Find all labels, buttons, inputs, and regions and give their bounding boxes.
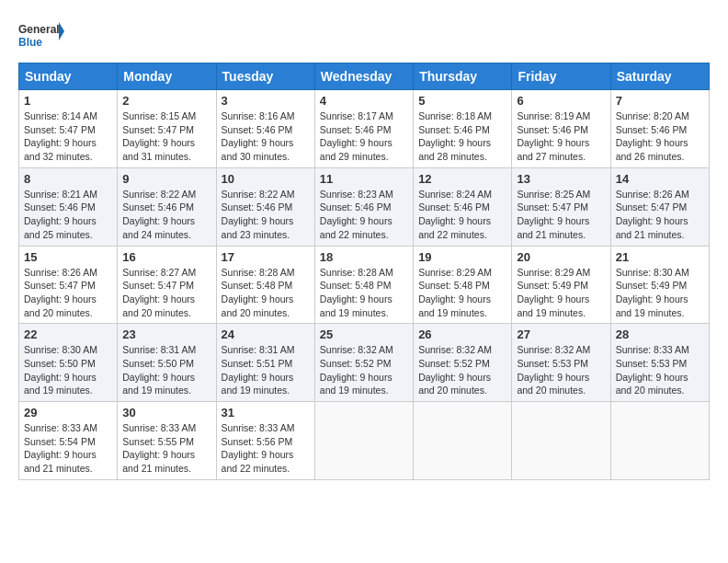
day-info: Sunrise: 8:27 AM Sunset: 5:47 PM Dayligh…: [122, 266, 210, 320]
calendar-cell: 25Sunrise: 8:32 AM Sunset: 5:52 PM Dayli…: [314, 324, 413, 402]
day-info: Sunrise: 8:17 AM Sunset: 5:46 PM Dayligh…: [320, 109, 408, 164]
day-number: 22: [24, 327, 112, 341]
day-info: Sunrise: 8:33 AM Sunset: 5:56 PM Dayligh…: [222, 421, 310, 476]
logo: General Blue: [18, 18, 64, 55]
calendar-cell: 6Sunrise: 8:19 AM Sunset: 5:46 PM Daylig…: [512, 90, 610, 168]
calendar-cell: 23Sunrise: 8:31 AM Sunset: 5:50 PM Dayli…: [118, 324, 216, 402]
calendar-cell: 3Sunrise: 8:16 AM Sunset: 5:46 PM Daylig…: [216, 90, 314, 168]
calendar-cell: 30Sunrise: 8:33 AM Sunset: 5:55 PM Dayli…: [118, 402, 216, 480]
calendar-cell: 28Sunrise: 8:33 AM Sunset: 5:53 PM Dayli…: [610, 324, 709, 402]
calendar-cell: 4Sunrise: 8:17 AM Sunset: 5:46 PM Daylig…: [314, 90, 413, 168]
day-number: 18: [320, 250, 408, 264]
day-number: 9: [122, 172, 210, 186]
header: General Blue: [18, 18, 710, 55]
calendar-cell: 10Sunrise: 8:22 AM Sunset: 5:46 PM Dayli…: [216, 167, 314, 246]
day-number: 16: [122, 250, 210, 264]
calendar-cell: 9Sunrise: 8:22 AM Sunset: 5:46 PM Daylig…: [118, 167, 216, 246]
calendar-cell: 7Sunrise: 8:20 AM Sunset: 5:46 PM Daylig…: [610, 90, 709, 168]
day-number: 15: [24, 250, 112, 264]
svg-text:General: General: [18, 23, 60, 36]
weekday-header-tuesday: Tuesday: [216, 63, 314, 90]
day-number: 2: [122, 94, 210, 108]
day-number: 14: [616, 172, 704, 186]
logo-svg: General Blue: [18, 18, 64, 55]
day-number: 3: [222, 94, 310, 108]
svg-marker-2: [59, 22, 64, 40]
day-info: Sunrise: 8:24 AM Sunset: 5:46 PM Dayligh…: [418, 188, 506, 242]
calendar-week-5: 29Sunrise: 8:33 AM Sunset: 5:54 PM Dayli…: [19, 402, 710, 480]
calendar-cell: 8Sunrise: 8:21 AM Sunset: 5:46 PM Daylig…: [19, 167, 118, 246]
day-info: Sunrise: 8:33 AM Sunset: 5:53 PM Dayligh…: [616, 343, 704, 397]
day-info: Sunrise: 8:31 AM Sunset: 5:50 PM Dayligh…: [122, 343, 210, 397]
calendar-cell: [512, 402, 610, 480]
day-info: Sunrise: 8:33 AM Sunset: 5:55 PM Dayligh…: [122, 421, 210, 476]
day-info: Sunrise: 8:29 AM Sunset: 5:49 PM Dayligh…: [517, 266, 605, 320]
day-number: 27: [517, 327, 605, 341]
calendar-cell: 16Sunrise: 8:27 AM Sunset: 5:47 PM Dayli…: [118, 246, 216, 324]
day-info: Sunrise: 8:33 AM Sunset: 5:54 PM Dayligh…: [24, 421, 112, 476]
calendar-week-4: 22Sunrise: 8:30 AM Sunset: 5:50 PM Dayli…: [19, 324, 710, 402]
calendar-cell: 1Sunrise: 8:14 AM Sunset: 5:47 PM Daylig…: [19, 90, 118, 168]
day-info: Sunrise: 8:22 AM Sunset: 5:46 PM Dayligh…: [222, 188, 310, 242]
day-info: Sunrise: 8:32 AM Sunset: 5:53 PM Dayligh…: [517, 343, 605, 397]
calendar-cell: 5Sunrise: 8:18 AM Sunset: 5:46 PM Daylig…: [414, 90, 512, 168]
weekday-header-row: SundayMondayTuesdayWednesdayThursdayFrid…: [19, 63, 710, 90]
day-info: Sunrise: 8:18 AM Sunset: 5:46 PM Dayligh…: [418, 109, 506, 164]
day-info: Sunrise: 8:32 AM Sunset: 5:52 PM Dayligh…: [418, 343, 506, 397]
day-info: Sunrise: 8:30 AM Sunset: 5:49 PM Dayligh…: [616, 266, 704, 320]
calendar-week-3: 15Sunrise: 8:26 AM Sunset: 5:47 PM Dayli…: [19, 246, 710, 324]
day-info: Sunrise: 8:28 AM Sunset: 5:48 PM Dayligh…: [320, 266, 408, 320]
weekday-header-thursday: Thursday: [414, 63, 512, 90]
day-number: 11: [320, 172, 408, 186]
day-number: 7: [616, 94, 704, 108]
day-number: 8: [24, 172, 112, 186]
day-info: Sunrise: 8:21 AM Sunset: 5:46 PM Dayligh…: [24, 188, 112, 242]
calendar-week-2: 8Sunrise: 8:21 AM Sunset: 5:46 PM Daylig…: [19, 167, 710, 246]
calendar-cell: 21Sunrise: 8:30 AM Sunset: 5:49 PM Dayli…: [610, 246, 709, 324]
calendar-cell: 26Sunrise: 8:32 AM Sunset: 5:52 PM Dayli…: [414, 324, 512, 402]
calendar: SundayMondayTuesdayWednesdayThursdayFrid…: [18, 63, 710, 480]
day-info: Sunrise: 8:29 AM Sunset: 5:48 PM Dayligh…: [418, 266, 506, 320]
svg-text:Blue: Blue: [18, 36, 42, 49]
calendar-cell: [314, 402, 413, 480]
calendar-cell: 24Sunrise: 8:31 AM Sunset: 5:51 PM Dayli…: [216, 324, 314, 402]
day-info: Sunrise: 8:32 AM Sunset: 5:52 PM Dayligh…: [320, 343, 408, 397]
day-number: 26: [418, 327, 506, 341]
calendar-cell: 11Sunrise: 8:23 AM Sunset: 5:46 PM Dayli…: [314, 167, 413, 246]
calendar-cell: 13Sunrise: 8:25 AM Sunset: 5:47 PM Dayli…: [512, 167, 610, 246]
weekday-header-saturday: Saturday: [610, 63, 709, 90]
calendar-week-1: 1Sunrise: 8:14 AM Sunset: 5:47 PM Daylig…: [19, 90, 710, 168]
day-info: Sunrise: 8:26 AM Sunset: 5:47 PM Dayligh…: [616, 188, 704, 242]
weekday-header-wednesday: Wednesday: [314, 63, 413, 90]
calendar-cell: 2Sunrise: 8:15 AM Sunset: 5:47 PM Daylig…: [118, 90, 216, 168]
day-number: 12: [418, 172, 506, 186]
day-info: Sunrise: 8:15 AM Sunset: 5:47 PM Dayligh…: [122, 109, 210, 164]
calendar-cell: 18Sunrise: 8:28 AM Sunset: 5:48 PM Dayli…: [314, 246, 413, 324]
day-number: 30: [122, 406, 210, 419]
calendar-cell: 14Sunrise: 8:26 AM Sunset: 5:47 PM Dayli…: [610, 167, 709, 246]
calendar-cell: 22Sunrise: 8:30 AM Sunset: 5:50 PM Dayli…: [19, 324, 118, 402]
weekday-header-sunday: Sunday: [19, 63, 118, 90]
day-number: 23: [122, 327, 210, 341]
day-info: Sunrise: 8:26 AM Sunset: 5:47 PM Dayligh…: [24, 266, 112, 320]
day-info: Sunrise: 8:16 AM Sunset: 5:46 PM Dayligh…: [222, 109, 310, 164]
calendar-cell: [610, 402, 709, 480]
day-number: 24: [222, 327, 310, 341]
day-number: 21: [616, 250, 704, 264]
calendar-cell: 20Sunrise: 8:29 AM Sunset: 5:49 PM Dayli…: [512, 246, 610, 324]
day-number: 13: [517, 172, 605, 186]
day-number: 25: [320, 327, 408, 341]
day-number: 31: [222, 406, 310, 419]
day-number: 20: [517, 250, 605, 264]
day-number: 6: [517, 94, 605, 108]
day-number: 29: [24, 406, 112, 419]
day-info: Sunrise: 8:19 AM Sunset: 5:46 PM Dayligh…: [517, 109, 605, 164]
day-info: Sunrise: 8:30 AM Sunset: 5:50 PM Dayligh…: [24, 343, 112, 397]
weekday-header-monday: Monday: [118, 63, 216, 90]
calendar-cell: 12Sunrise: 8:24 AM Sunset: 5:46 PM Dayli…: [414, 167, 512, 246]
page-wrapper: General Blue SundayMondayTuesdayWednesda…: [18, 18, 710, 480]
calendar-cell: 29Sunrise: 8:33 AM Sunset: 5:54 PM Dayli…: [19, 402, 118, 480]
day-info: Sunrise: 8:23 AM Sunset: 5:46 PM Dayligh…: [320, 188, 408, 242]
day-info: Sunrise: 8:28 AM Sunset: 5:48 PM Dayligh…: [222, 266, 310, 320]
day-info: Sunrise: 8:31 AM Sunset: 5:51 PM Dayligh…: [222, 343, 310, 397]
